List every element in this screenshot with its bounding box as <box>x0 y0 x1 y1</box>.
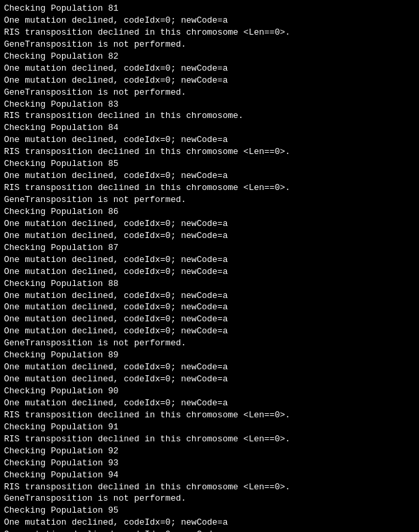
terminal-line: RIS transposition declined in this chrom… <box>4 146 415 158</box>
terminal-line: One mutation declined, codeIdx=0; newCod… <box>4 529 415 532</box>
terminal-line: One mutation declined, codeIdx=0; newCod… <box>4 218 415 230</box>
terminal-line: GeneTransposition is not performed. <box>4 87 415 99</box>
terminal-line: Checking Population 91 <box>4 421 415 433</box>
terminal-line: RIS transposition declined in this chrom… <box>4 409 415 421</box>
terminal-line: One mutation declined, codeIdx=0; newCod… <box>4 75 415 87</box>
terminal-line: Checking Population 89 <box>4 349 415 361</box>
terminal-line: One mutation declined, codeIdx=0; newCod… <box>4 170 415 182</box>
terminal-line: Checking Population 87 <box>4 242 415 254</box>
terminal-line: One mutation declined, codeIdx=0; newCod… <box>4 290 415 302</box>
terminal-line: One mutation declined, codeIdx=0; newCod… <box>4 517 415 529</box>
terminal-line: RIS transposition declined in this chrom… <box>4 110 415 122</box>
terminal-line: One mutation declined, codeIdx=0; newCod… <box>4 134 415 146</box>
terminal-line: Checking Population 93 <box>4 457 415 469</box>
terminal-line: One mutation declined, codeIdx=0; newCod… <box>4 373 415 385</box>
terminal-line: One mutation declined, codeIdx=0; newCod… <box>4 230 415 242</box>
terminal-line: Checking Population 83 <box>4 99 415 111</box>
terminal-line: One mutation declined, codeIdx=0; newCod… <box>4 301 415 313</box>
terminal-line: Checking Population 81 <box>4 3 415 15</box>
terminal-line: One mutation declined, codeIdx=0; newCod… <box>4 266 415 278</box>
terminal-line: One mutation declined, codeIdx=0; newCod… <box>4 397 415 409</box>
terminal-line: Checking Population 95 <box>4 505 415 517</box>
terminal-line: RIS transposition declined in this chrom… <box>4 182 415 194</box>
terminal-line: GeneTransposition is not performed. <box>4 194 415 206</box>
terminal-line: GeneTransposition is not performed. <box>4 39 415 51</box>
terminal-line: Checking Population 88 <box>4 278 415 290</box>
terminal-line: One mutation declined, codeIdx=0; newCod… <box>4 254 415 266</box>
terminal-line: Checking Population 94 <box>4 469 415 481</box>
terminal-line: One mutation declined, codeIdx=0; newCod… <box>4 15 415 27</box>
terminal-line: GeneTransposition is not performed. <box>4 337 415 349</box>
terminal-line: One mutation declined, codeIdx=0; newCod… <box>4 325 415 337</box>
terminal-line: One mutation declined, codeIdx=0; newCod… <box>4 313 415 325</box>
terminal-line: One mutation declined, codeIdx=0; newCod… <box>4 361 415 373</box>
terminal-line: One mutation declined, codeIdx=0; newCod… <box>4 63 415 75</box>
terminal-line: Checking Population 90 <box>4 385 415 397</box>
terminal-output: Checking Population 81One mutation decli… <box>0 0 419 532</box>
terminal-line: Checking Population 82 <box>4 51 415 63</box>
terminal-line: Checking Population 86 <box>4 206 415 218</box>
terminal-line: RIS transposition declined in this chrom… <box>4 481 415 493</box>
terminal-line: GeneTransposition is not performed. <box>4 493 415 505</box>
terminal-line: RIS transposition declined in this chrom… <box>4 27 415 39</box>
terminal-line: Checking Population 84 <box>4 122 415 134</box>
terminal-line: Checking Population 92 <box>4 445 415 457</box>
terminal-line: RIS transposition declined in this chrom… <box>4 433 415 445</box>
terminal-line: Checking Population 85 <box>4 158 415 170</box>
